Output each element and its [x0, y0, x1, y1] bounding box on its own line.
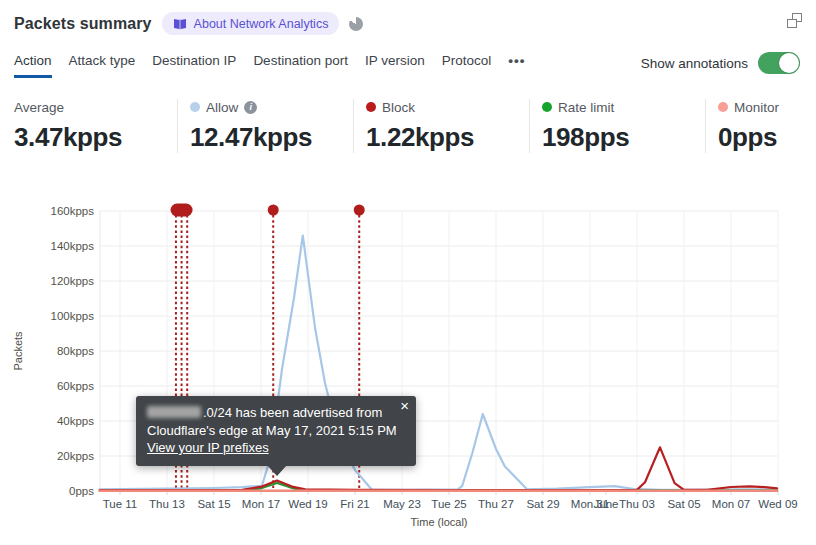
legend-dot-icon — [190, 102, 200, 112]
stat-value: 1.22kpps — [366, 122, 517, 153]
stat-label: Block — [382, 100, 415, 115]
x-tick-label: Thu 03 — [619, 498, 655, 510]
x-tick-label: Sat 15 — [197, 498, 230, 510]
tooltip-line2: Cloudflare's edge at May 17, 2021 5:15 P… — [147, 422, 404, 440]
tab-attack-type[interactable]: Attack type — [69, 53, 136, 78]
tab-ip-version[interactable]: IP version — [365, 53, 425, 78]
annotation-marker-dot[interactable] — [354, 205, 365, 216]
tab-protocol[interactable]: Protocol — [442, 53, 492, 78]
show-annotations-label: Show annotations — [641, 56, 748, 71]
toggle-knob — [779, 53, 799, 73]
y-tick-label: 160kpps — [51, 205, 95, 217]
x-tick-label: Wed 19 — [288, 498, 327, 510]
x-tick-label: Mon 17 — [242, 498, 280, 510]
stat-rate-limit: Rate limit198pps — [529, 99, 705, 153]
stat-label: Monitor — [734, 100, 779, 115]
annotation-tooltip: × .0/24 has been advertised from Cloudfl… — [136, 396, 416, 466]
stat-value: 198pps — [542, 122, 693, 153]
tooltip-line3: View your IP prefixes — [147, 439, 404, 457]
tooltip-arrow — [267, 465, 287, 476]
network-analytics-panel: Packets summary About Network Analytics … — [0, 0, 816, 545]
x-tick-label: Sat 05 — [667, 498, 700, 510]
stat-value: 12.47kpps — [190, 122, 341, 153]
stat-label-row: Average — [14, 99, 165, 115]
show-annotations-toggle[interactable] — [758, 52, 800, 74]
x-tick-label: Tue 25 — [431, 498, 466, 510]
stat-value: 3.47kpps — [14, 122, 165, 153]
popout-window-icon[interactable] — [787, 13, 802, 28]
info-icon[interactable]: i — [244, 101, 257, 114]
stat-average: Average3.47kpps — [14, 99, 177, 153]
stat-label-row: Monitor — [718, 99, 816, 115]
annotation-markers — [171, 204, 365, 217]
y-tick-label: 0pps — [69, 485, 94, 497]
legend-dot-icon — [366, 102, 376, 112]
stat-label: Rate limit — [558, 100, 614, 115]
tab-action[interactable]: Action — [14, 53, 52, 78]
y-tick-label: 40kpps — [57, 415, 94, 427]
tab-destination-port[interactable]: Destination port — [253, 53, 348, 78]
page-title: Packets summary — [14, 15, 152, 33]
y-tick-label: 140kpps — [51, 240, 95, 252]
y-tick-label: 120kpps — [51, 275, 95, 287]
packets-chart[interactable]: 0pps20kpps40kpps60kpps80kpps100kpps120kp… — [0, 190, 816, 545]
y-axis-title: Packets — [12, 331, 24, 371]
tooltip-line1: .0/24 has been advertised from — [147, 404, 404, 422]
y-tick-label: 20kpps — [57, 450, 94, 462]
about-network-analytics-badge[interactable]: About Network Analytics — [162, 12, 340, 35]
stat-value: 0pps — [718, 122, 816, 153]
y-tick-label: 60kpps — [57, 380, 94, 392]
y-tick-label: 100kpps — [51, 310, 95, 322]
x-tick-label: Thu 13 — [149, 498, 185, 510]
stat-label-row: Allowi — [190, 99, 341, 115]
x-tick-label: Thu 27 — [478, 498, 514, 510]
x-axis-title: Time (local) — [410, 516, 467, 528]
x-tick-label: Fri 21 — [340, 498, 369, 510]
annotation-marker-dot[interactable] — [268, 205, 279, 216]
header: Packets summary About Network Analytics — [14, 12, 363, 35]
close-icon[interactable]: × — [400, 398, 409, 413]
stat-label-row: Block — [366, 99, 517, 115]
x-tick-label: Sat 29 — [526, 498, 559, 510]
usage-pie-icon — [349, 17, 363, 31]
x-tick-label: Wed 09 — [758, 498, 797, 510]
legend-dot-icon — [542, 102, 552, 112]
stat-monitor: Monitor0pps — [705, 99, 816, 153]
y-tick-label: 80kpps — [57, 345, 94, 357]
redacted-ip-prefix — [147, 406, 201, 418]
dimension-tabs: ActionAttack typeDestination IPDestinati… — [14, 53, 525, 78]
badge-label: About Network Analytics — [194, 17, 329, 31]
stat-label: Average — [14, 100, 64, 115]
show-annotations-control: Show annotations — [641, 52, 800, 74]
stat-label: Allow — [206, 100, 238, 115]
stat-label-row: Rate limit — [542, 99, 693, 115]
book-icon — [173, 18, 187, 30]
x-tick-label: Mon 07 — [712, 498, 750, 510]
tab-destination-ip[interactable]: Destination IP — [152, 53, 236, 78]
annotation-marker-pill[interactable] — [171, 204, 193, 217]
view-ip-prefixes-link[interactable]: View your IP prefixes — [147, 440, 269, 455]
x-tick-label: June — [594, 498, 619, 510]
x-tick-label: Tue 11 — [103, 498, 138, 510]
stat-block: Block1.22kpps — [353, 99, 529, 153]
stats-row: Average3.47kppsAllowi12.47kppsBlock1.22k… — [14, 99, 816, 153]
stat-allow: Allowi12.47kpps — [177, 99, 353, 153]
tabs-more-icon[interactable]: ••• — [508, 53, 525, 78]
legend-dot-icon — [718, 102, 728, 112]
x-tick-label: May 23 — [383, 498, 421, 510]
